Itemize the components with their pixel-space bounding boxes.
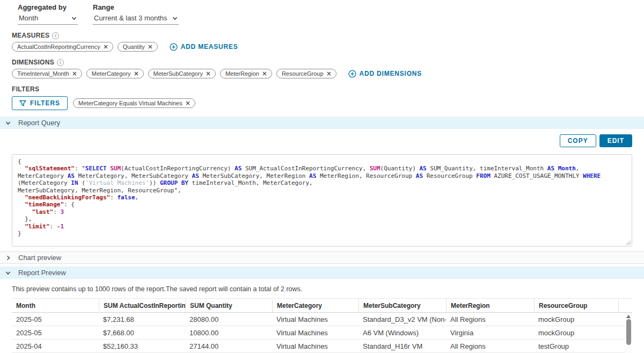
filters-button-label: FILTERS — [30, 99, 60, 107]
cell-resource-group: mockGroup — [534, 326, 618, 339]
close-icon[interactable] — [262, 71, 267, 76]
cell-cost: $7,231.68 — [99, 313, 185, 326]
chevron-down-icon — [71, 16, 77, 21]
cell-cost: $7,668.00 — [99, 326, 185, 339]
cell-meter-region: All Regions — [446, 340, 534, 352]
cell-month: 2025-05 — [12, 313, 99, 326]
chip-label: Quantity — [123, 44, 145, 50]
info-icon[interactable]: i — [52, 32, 59, 39]
chip-label: MeterSubCategory — [153, 70, 203, 77]
chevron-right-icon — [5, 255, 11, 261]
dimension-chip[interactable]: MeterSubCategory — [148, 69, 216, 78]
dimensions-heading: DIMENSIONS i — [12, 59, 632, 66]
query-code: { "sqlStatement": "SELECT SUM(ActualCost… — [18, 158, 626, 237]
measures-section: MEASURES i ActualCostInReportingCurrency… — [0, 32, 644, 52]
chart-preview-header[interactable]: Chart preview — [0, 251, 644, 264]
dimensions-section: DIMENSIONS i TimeInterval_Month MeterCat… — [0, 59, 644, 78]
add-dimensions-label: ADD DIMENSIONS — [360, 70, 422, 77]
cell-meter-region: Virginia — [446, 326, 534, 339]
column-header: MeterCategory — [272, 299, 358, 312]
report-query-panel: COPY EDIT { "sqlStatement": "SELECT SUM(… — [0, 134, 644, 251]
copy-button[interactable]: COPY — [560, 134, 596, 147]
dimension-chip[interactable]: TimeInterval_Month — [12, 69, 82, 78]
dimension-chip[interactable]: ResourceGroup — [276, 69, 336, 78]
close-icon[interactable] — [206, 71, 210, 76]
query-actions: COPY EDIT — [12, 134, 632, 147]
chart-preview-title: Chart preview — [18, 254, 61, 262]
filters-row: FILTERS MeterCategory Equals Virtual Mac… — [12, 96, 632, 110]
dimension-chip[interactable]: MeterCategory — [86, 69, 144, 78]
column-header: Month — [12, 299, 99, 312]
table-row: 2025-05 $7,668.00 10800.00 Virtual Machi… — [12, 326, 632, 340]
add-dimensions-button[interactable]: ADD DIMENSIONS — [348, 70, 422, 78]
scroll-up-icon[interactable] — [626, 315, 631, 318]
report-preview-title: Report Preview — [18, 269, 66, 277]
report-query-title: Report Query — [18, 119, 60, 127]
column-header-filler — [618, 299, 632, 312]
aggregated-by-control: Aggregated by Month — [18, 3, 78, 25]
filters-label: FILTERS — [12, 85, 39, 93]
table-row: 2025-04 $52,160.33 27144.00 Virtual Mach… — [12, 340, 632, 353]
close-icon[interactable] — [148, 45, 152, 49]
preview-table: Month SUM ActualCostInReportingCurrency … — [12, 298, 632, 353]
close-icon[interactable] — [104, 45, 108, 49]
dimension-chip[interactable]: MeterRegion — [220, 69, 272, 78]
top-controls: Aggregated by Month Range Current & last… — [0, 0, 644, 25]
column-header: SUM Quantity — [185, 299, 272, 312]
column-header: ResourceGroup — [534, 299, 618, 312]
cell-month: 2025-05 — [12, 326, 99, 339]
info-icon[interactable]: i — [57, 59, 64, 66]
close-icon[interactable] — [327, 71, 331, 76]
cell-meter-subcategory: A6 VM (Windows) — [358, 326, 446, 339]
filters-button[interactable]: FILTERS — [12, 96, 68, 110]
cell-resource-group: mockGroup — [534, 313, 618, 326]
filters-heading: FILTERS — [12, 85, 632, 93]
measures-heading: MEASURES i — [12, 32, 632, 39]
aggregated-by-value: Month — [19, 14, 38, 22]
chevron-down-icon — [5, 120, 11, 126]
column-header: MeterSubCategory — [358, 299, 446, 312]
report-query-header[interactable]: Report Query — [0, 117, 644, 129]
add-measures-button[interactable]: ADD MEASURES — [170, 43, 238, 51]
cell-meter-region: All Regions — [446, 313, 534, 326]
cell-meter-category: Virtual Machines — [272, 326, 358, 339]
close-icon[interactable] — [72, 71, 77, 76]
dimensions-label: DIMENSIONS — [12, 59, 54, 66]
chip-label: TimeInterval_Month — [17, 70, 69, 77]
aggregated-by-select[interactable]: Month — [18, 13, 78, 25]
table-scrollbar[interactable] — [625, 313, 632, 353]
chevron-down-icon — [172, 16, 178, 21]
scrollbar-thumb[interactable] — [626, 319, 631, 345]
measure-chip[interactable]: ActualCostInReportingCurrency — [12, 42, 113, 52]
edit-button[interactable]: EDIT — [599, 134, 632, 147]
filters-section: FILTERS FILTERS MeterCategory Equals Vir… — [0, 85, 644, 110]
add-measures-label: ADD MEASURES — [181, 43, 238, 51]
preview-note: This preview contains up to 1000 rows of… — [12, 285, 632, 293]
table-header-row: Month SUM ActualCostInReportingCurrency … — [12, 299, 632, 313]
report-preview-header[interactable]: Report Preview — [0, 266, 644, 279]
plus-circle-icon — [170, 43, 178, 51]
cell-meter-category: Virtual Machines — [272, 313, 358, 326]
chip-label: ResourceGroup — [282, 70, 324, 77]
plus-circle-icon — [348, 70, 356, 78]
range-label: Range — [93, 3, 179, 11]
cell-quantity: 28080.00 — [185, 313, 272, 326]
close-icon[interactable] — [134, 71, 138, 76]
filter-chip[interactable]: MeterCategory Equals Virtual Machines — [73, 98, 195, 108]
cell-meter-category: Virtual Machines — [272, 340, 358, 352]
funnel-icon — [19, 100, 26, 106]
close-icon[interactable] — [186, 101, 190, 105]
query-code-editor[interactable]: { "sqlStatement": "SELECT SUM(ActualCost… — [12, 154, 632, 247]
range-control: Range Current & last 3 months — [93, 3, 179, 25]
cell-quantity: 27144.00 — [185, 340, 272, 352]
dimensions-chip-row: TimeInterval_Month MeterCategory MeterSu… — [12, 69, 632, 78]
measure-chip[interactable]: Quantity — [118, 42, 158, 52]
report-preview-panel: This preview contains up to 1000 rows of… — [0, 285, 644, 353]
chip-label: MeterCategory Equals Virtual Machines — [78, 100, 182, 106]
range-select[interactable]: Current & last 3 months — [93, 13, 179, 25]
measures-chip-row: ActualCostInReportingCurrency Quantity A… — [12, 42, 632, 52]
cell-quantity: 10800.00 — [185, 326, 272, 339]
resize-handle-icon[interactable] — [625, 240, 631, 245]
cell-month: 2025-04 — [12, 340, 99, 352]
chip-label: ActualCostInReportingCurrency — [17, 44, 100, 50]
